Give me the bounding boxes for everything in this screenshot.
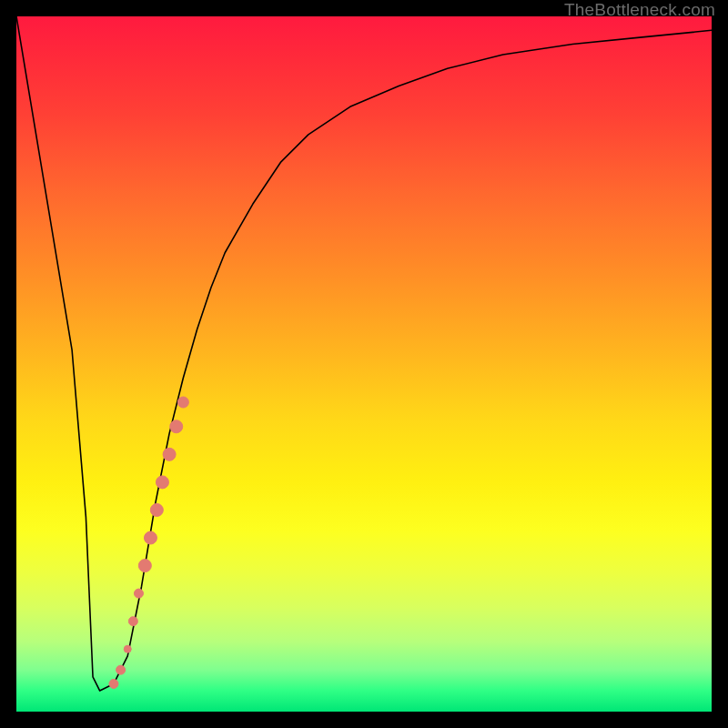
chart-svg <box>16 16 712 712</box>
highlight-dot <box>116 665 126 674</box>
highlight-dot <box>177 397 188 408</box>
plot-area <box>16 16 712 712</box>
highlight-dot <box>134 589 143 598</box>
highlight-dot <box>128 617 137 626</box>
highlight-dot <box>150 503 163 516</box>
highlight-dot <box>138 560 151 572</box>
highlight-dot <box>109 679 118 688</box>
highlight-dots <box>109 397 188 688</box>
highlight-dot <box>144 531 157 544</box>
bottleneck-curve <box>16 16 712 691</box>
highlight-dot <box>156 476 168 489</box>
highlight-dot <box>163 448 176 460</box>
highlight-dot <box>170 420 183 433</box>
highlight-dot <box>124 645 131 652</box>
watermark-text: TheBottleneck.com <box>564 0 715 20</box>
chart-frame: TheBottleneck.com <box>0 0 728 728</box>
